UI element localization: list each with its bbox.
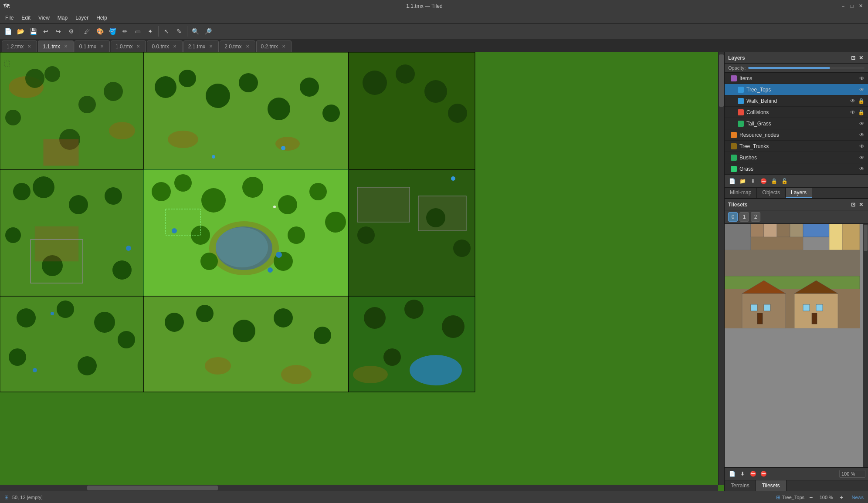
vscroll-thumb[interactable] xyxy=(719,54,724,107)
menu-item-help[interactable]: Help xyxy=(93,14,111,22)
toolbar-btn-obj-select[interactable]: ↖ xyxy=(160,25,173,37)
layers-close-btn[interactable]: ✕ xyxy=(858,54,865,61)
tab-1.0.tmx[interactable]: 1.0.tmx✕ xyxy=(111,41,146,52)
add-layer-btn[interactable]: 📄 xyxy=(727,176,737,186)
toolbar-btn-stamp[interactable]: 🖊 xyxy=(81,25,93,37)
bottom-tab-tilesets[interactable]: Tilesets xyxy=(756,480,787,491)
tilesets-float-btn[interactable]: ⊡ xyxy=(850,201,857,208)
menu-item-view[interactable]: View xyxy=(35,14,53,22)
tab-0.2.tmx[interactable]: 0.2.tmx✕ xyxy=(256,41,292,52)
toolbar-btn-save[interactable]: 💾 xyxy=(27,25,39,37)
tab-1.1.tmx[interactable]: 1.1.tmx✕ xyxy=(38,41,73,52)
toolbar-btn-select-rect[interactable]: ▭ xyxy=(132,25,144,37)
embed-tileset-btn[interactable]: ⬇ xyxy=(738,469,747,479)
tab-close-0.2.tmx[interactable]: ✕ xyxy=(281,44,287,49)
svg-rect-105 xyxy=(803,224,829,237)
export-tileset-btn[interactable]: ⛔ xyxy=(748,469,758,479)
layer-item-tree_trunks[interactable]: Tree_Trunks 👁 xyxy=(725,141,868,152)
opacity-slider[interactable] xyxy=(748,67,865,69)
remove-tileset-btn[interactable]: ⛔ xyxy=(759,469,768,479)
layer-visibility-tall_grass[interactable]: 👁 xyxy=(859,121,865,127)
menu-item-map[interactable]: Map xyxy=(54,14,71,22)
layer-visibility-tree_tops[interactable]: 👁 xyxy=(859,87,865,93)
tileset-zoom-input[interactable] xyxy=(839,470,865,478)
layer-item-bushes[interactable]: Bushes 👁 xyxy=(725,152,868,163)
map-viewport[interactable]: Hello World Hello World xyxy=(0,52,724,491)
layer-item-tree_tops[interactable]: Tree_Tops 👁 xyxy=(725,84,868,95)
layer-lock-collisions[interactable]: 🔒 xyxy=(858,109,865,115)
toolbar-btn-new[interactable]: 📄 xyxy=(2,25,14,37)
tab-0.0.tmx[interactable]: 0.0.tmx✕ xyxy=(147,41,182,52)
menu-item-file[interactable]: File xyxy=(2,14,17,22)
layer-visibility-items[interactable]: 👁 xyxy=(859,75,865,81)
add-tileset-btn[interactable]: 📄 xyxy=(727,469,737,479)
tab-2.0.tmx[interactable]: 2.0.tmx✕ xyxy=(220,41,255,52)
tileset-tab-0[interactable]: 0 xyxy=(728,212,738,222)
tab-2.1.tmx[interactable]: 2.1.tmx✕ xyxy=(183,41,219,52)
menu-item-edit[interactable]: Edit xyxy=(18,14,34,22)
layer-visibility-resource_nodes[interactable]: 👁 xyxy=(859,132,865,138)
panel-tab-objects[interactable]: Objects xyxy=(757,188,786,198)
toolbar-btn-zoom-in[interactable]: 🔍 xyxy=(189,25,201,37)
layer-item-walk_behind[interactable]: Walk_Behind 👁 🔒 xyxy=(725,95,868,107)
tileset-tab-2[interactable]: 2 xyxy=(751,212,760,222)
tab-close-2.0.tmx[interactable]: ✕ xyxy=(244,44,251,49)
layers-float-btn[interactable]: ⊡ xyxy=(850,54,857,61)
toolbar-btn-prefs[interactable]: ⚙ xyxy=(65,25,77,37)
toolbar-btn-open[interactable]: 📂 xyxy=(14,25,27,37)
tab-close-2.1.tmx[interactable]: ✕ xyxy=(208,44,214,49)
toolbar-btn-eraser[interactable]: ✏ xyxy=(119,25,131,37)
close-button[interactable]: ✕ xyxy=(857,2,865,10)
duplicate-layer-btn[interactable]: ⬇ xyxy=(748,176,758,186)
tab-close-0.0.tmx[interactable]: ✕ xyxy=(172,44,178,49)
layer-item-tall_grass[interactable]: Tall_Grass 👁 xyxy=(725,118,868,129)
maximize-button[interactable]: □ xyxy=(848,2,856,10)
layer-item-resource_nodes[interactable]: Resource_nodes 👁 xyxy=(725,129,868,141)
remove-layer-btn[interactable]: 🔒 xyxy=(769,176,779,186)
move-layer-up-btn[interactable]: ⛔ xyxy=(759,176,768,186)
tilesets-close-btn[interactable]: ✕ xyxy=(858,201,865,208)
tab-1.2.tmx[interactable]: 1.2.tmx✕ xyxy=(2,41,37,52)
layer-lock-walk_behind[interactable]: 🔒 xyxy=(858,98,865,104)
tab-close-1.1.tmx[interactable]: ✕ xyxy=(63,44,69,49)
minimize-button[interactable]: − xyxy=(839,2,847,10)
panel-tab-layers[interactable]: Layers xyxy=(786,188,812,198)
layer-visibility-tree_trunks[interactable]: 👁 xyxy=(859,143,865,149)
tab-close-1.0.tmx[interactable]: ✕ xyxy=(135,44,141,49)
menu-item-layer[interactable]: Layer xyxy=(72,14,92,22)
panel-tab-mini-map[interactable]: Mini-map xyxy=(725,188,757,198)
layer-settings-btn[interactable]: 🔓 xyxy=(780,176,789,186)
layer-visibility-bushes[interactable]: 👁 xyxy=(859,155,865,161)
layer-item-grass[interactable]: Grass 👁 xyxy=(725,163,868,175)
horizontal-scrollbar[interactable] xyxy=(0,485,718,491)
toolbar-btn-fill[interactable]: 🪣 xyxy=(106,25,119,37)
toolbar-btn-select-magic[interactable]: ✦ xyxy=(144,25,156,37)
tileset-scroll[interactable] xyxy=(725,224,868,467)
toolbar-btn-terrain[interactable]: 🎨 xyxy=(94,25,106,37)
layer-visibility-walk_behind[interactable]: 👁 xyxy=(850,98,855,104)
tileset-tab-1[interactable]: 1 xyxy=(739,212,749,222)
status-news-label[interactable]: News xyxy=(851,495,864,500)
add-group-btn[interactable]: 📁 xyxy=(738,176,747,186)
toolbar-btn-zoom-out[interactable]: 🔎 xyxy=(202,25,214,37)
bottom-tab-terrains[interactable]: Terrains xyxy=(725,480,756,491)
vertical-scrollbar[interactable] xyxy=(718,52,724,485)
layer-visibility-grass[interactable]: 👁 xyxy=(859,166,865,172)
tab-close-0.1.tmx[interactable]: ✕ xyxy=(99,44,105,49)
tab-close-1.2.tmx[interactable]: ✕ xyxy=(26,44,32,49)
tileset-view[interactable] xyxy=(725,224,868,467)
toolbar-btn-redo[interactable]: ↪ xyxy=(52,25,64,37)
layer-item-collisions[interactable]: Collisions 👁 🔒 xyxy=(725,107,868,118)
tileset-vscroll-thumb[interactable] xyxy=(864,225,868,251)
hscroll-thumb[interactable] xyxy=(87,486,218,490)
toolbar-btn-undo[interactable]: ↩ xyxy=(40,25,52,37)
toolbar-btn-obj-edit[interactable]: ✎ xyxy=(173,25,185,37)
tab-0.1.tmx[interactable]: 0.1.tmx✕ xyxy=(75,41,110,52)
layer-item-items[interactable]: Items 👁 xyxy=(725,73,868,84)
svg-rect-12 xyxy=(144,52,349,170)
canvas-area[interactable]: Hello World Hello World xyxy=(0,52,724,491)
status-zoom-out-btn[interactable]: − xyxy=(808,494,814,501)
tileset-vscrollbar[interactable] xyxy=(863,224,868,467)
layer-visibility-collisions[interactable]: 👁 xyxy=(850,109,855,115)
status-zoom-in-btn[interactable]: + xyxy=(838,494,844,501)
